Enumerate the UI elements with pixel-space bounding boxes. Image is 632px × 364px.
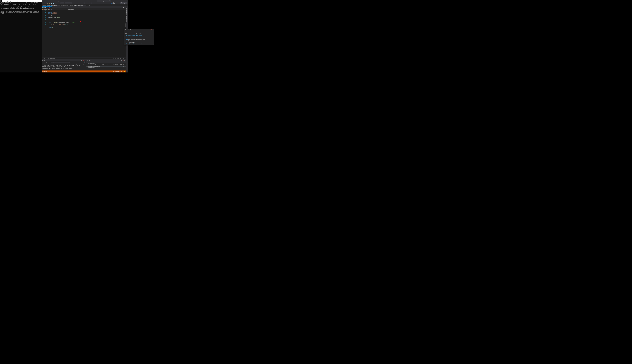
source-control-arrow-icon[interactable]: ▴ bbox=[123, 71, 123, 72]
flag-icon[interactable]: ⚑ bbox=[86, 4, 88, 6]
step-over-button[interactable]: ↷ bbox=[96, 2, 98, 4]
callstack-header[interactable]: Call Stack ▾ 📌 ✕ bbox=[86, 60, 126, 61]
edit-conditions-link[interactable]: Edit Conditions bbox=[138, 43, 144, 44]
code-lines[interactable]: #include <stdio.h> #include <stdlib.h> i… bbox=[48, 10, 126, 58]
save-button[interactable]: 💾 bbox=[51, 2, 53, 4]
diagnostic-button[interactable]: ⊞ bbox=[107, 2, 108, 4]
menu-build[interactable]: Build bbox=[61, 0, 65, 2]
callstack-pin-icon[interactable]: 📌 bbox=[122, 60, 124, 61]
layout-button[interactable]: ⊞ bbox=[82, 2, 84, 4]
callstack-row[interactable]: ➜example1.exe!main() Line 9C++ bbox=[86, 66, 126, 67]
navbar-scope[interactable]: (Global Scope) ▾ bbox=[67, 8, 100, 10]
revert-button[interactable]: ↺ bbox=[101, 2, 102, 4]
pause-button[interactable]: ⏸ bbox=[85, 2, 87, 4]
navbar-member[interactable]: ▾ bbox=[100, 8, 126, 10]
process-combo[interactable]: [38840] example1.exe ▾ bbox=[47, 5, 59, 6]
step-out-button[interactable]: ↑ bbox=[98, 2, 100, 4]
breakpoint-gutter[interactable] bbox=[42, 10, 43, 58]
exception-titlebar[interactable]: Exception Thrown 📌 ✕ bbox=[124, 29, 154, 31]
char-position[interactable]: Ch: 1 bbox=[117, 58, 119, 59]
threads-icon[interactable]: ⊟ bbox=[89, 4, 90, 6]
config-combo[interactable]: ▾ bbox=[61, 2, 65, 4]
add-tab-icon[interactable]: ✚ bbox=[123, 6, 124, 8]
new-project-button[interactable]: ▦ bbox=[47, 2, 49, 4]
exception-settings-header[interactable]: ◢ Exception Settings bbox=[125, 37, 153, 38]
tab-options-icon[interactable]: ⚙ bbox=[124, 6, 126, 8]
callstack-row[interactable]: [External Code] bbox=[86, 63, 126, 64]
team-explorer-tab[interactable]: Team Explorer bbox=[126, 16, 127, 23]
lifecycle-icon[interactable]: ▣ bbox=[60, 5, 60, 6]
menu-project[interactable]: Project bbox=[56, 0, 61, 2]
resize-grip-icon[interactable]: ◢ bbox=[153, 44, 154, 45]
tab-dropdown-icon[interactable]: ▾ bbox=[121, 6, 123, 8]
menu-file[interactable]: File bbox=[44, 0, 47, 2]
menu-view[interactable]: View bbox=[50, 0, 54, 2]
open-exception-settings-link[interactable]: Open Exception Settings bbox=[126, 43, 137, 44]
tab-example1-cpp[interactable]: example1.cpp 📌 ✕ bbox=[42, 6, 52, 8]
thread-combo[interactable]: [22260] Main Thread ▾ bbox=[74, 5, 86, 6]
platform-combo[interactable]: ▾ bbox=[65, 2, 72, 4]
menu-edit[interactable]: Edit bbox=[47, 0, 50, 2]
line-position[interactable]: Ln: 15 bbox=[113, 58, 115, 59]
show-next-statement-button[interactable]: → bbox=[92, 2, 94, 4]
output-dropdown-icon[interactable]: ▾ bbox=[81, 60, 82, 61]
restart-button[interactable]: ⟳ bbox=[89, 2, 91, 4]
redo-button[interactable]: ↷ bbox=[58, 2, 60, 4]
open-file-button[interactable]: 📂 bbox=[49, 2, 51, 4]
maximize-button[interactable]: ▢ bbox=[122, 0, 125, 2]
menu-git[interactable]: Git bbox=[54, 0, 56, 2]
console-titlebar[interactable]: C:\MSDN\cpp-docs-pr\docs\c-language\ASAN… bbox=[0, 0, 42, 2]
menu-tools[interactable]: Tools bbox=[77, 0, 81, 2]
output-close-icon[interactable]: ✕ bbox=[84, 60, 85, 61]
hot-reload-button[interactable]: ⚙ bbox=[105, 2, 107, 4]
except-exe-checkbox[interactable] bbox=[128, 42, 129, 43]
output-btn-4[interactable]: ≣ bbox=[82, 62, 83, 63]
stop-button[interactable]: ■ bbox=[87, 2, 89, 4]
menu-analyze[interactable]: Analyze bbox=[72, 0, 77, 2]
stack-frame-icon[interactable]: ⎌ bbox=[91, 4, 93, 6]
undo-button[interactable]: ↶ bbox=[56, 2, 58, 4]
menu-extensions[interactable]: Extensions bbox=[81, 0, 88, 2]
feedback-button[interactable]: ᐅ bbox=[118, 2, 120, 4]
close-tab-icon[interactable]: ✕ bbox=[50, 7, 51, 8]
debug-target-button[interactable]: 🖵 bbox=[80, 2, 82, 4]
menu-debug[interactable]: Debug bbox=[65, 0, 69, 2]
start-live-share-link[interactable]: Start Live Share session... bbox=[131, 35, 142, 36]
callstack-row[interactable]: example1.exe!calloc(unsigned __int64 nme… bbox=[86, 64, 126, 66]
search-input[interactable]: Search (Ctrl+Q) 🔍 bbox=[97, 0, 111, 2]
break-when-checkbox[interactable]: ✓ bbox=[126, 39, 128, 40]
menu-test[interactable]: Test bbox=[69, 0, 72, 2]
continue-button[interactable]: ▶ Continue ▾ bbox=[72, 2, 79, 4]
menu-help[interactable]: Help bbox=[93, 0, 96, 2]
line-ending[interactable]: CRLF bbox=[123, 58, 125, 59]
exception-pin-icon[interactable]: 📌 bbox=[150, 29, 151, 30]
copy-details-link[interactable]: Copy Details bbox=[125, 35, 131, 36]
search-icon[interactable]: 🔍 bbox=[109, 0, 110, 2]
step-into-button[interactable]: ↓ bbox=[94, 2, 96, 4]
screenshot-button[interactable]: ⊡ bbox=[103, 2, 105, 4]
exception-close-icon[interactable]: ✕ bbox=[152, 29, 153, 30]
solution-explorer-tab[interactable]: Solution Explorer bbox=[126, 7, 127, 16]
close-button[interactable]: ✕ bbox=[125, 0, 128, 2]
live-share-button[interactable]: 👤 Live Share bbox=[110, 2, 118, 4]
source-control-label[interactable]: Add to Source Control bbox=[113, 71, 122, 72]
notifications-icon[interactable]: 🔔 bbox=[124, 71, 125, 72]
output-source-combo[interactable]: Debug ▾ bbox=[51, 62, 70, 63]
indent-mode[interactable]: SPC bbox=[120, 58, 122, 59]
nav-back-button[interactable]: ◄ bbox=[42, 2, 44, 4]
callstack-dropdown-icon[interactable]: ▾ bbox=[121, 60, 122, 61]
callstack-columns[interactable]: Name Lang bbox=[86, 61, 126, 63]
output-pin-icon[interactable]: 📌 bbox=[83, 60, 84, 61]
output-clear-button[interactable]: ⊠ bbox=[84, 62, 85, 63]
callstack-row[interactable]: [External Code] bbox=[86, 67, 126, 68]
callstack-close-icon[interactable]: ✕ bbox=[124, 60, 125, 61]
pin-icon[interactable]: 📌 bbox=[49, 7, 50, 8]
output-btn-1[interactable]: ⊟ bbox=[76, 62, 78, 63]
output-btn-3[interactable]: ⊡ bbox=[80, 62, 82, 63]
zoom-level[interactable]: 111 % bbox=[42, 58, 45, 59]
issues-label[interactable]: No issues found bbox=[48, 58, 55, 59]
navbar-project[interactable]: Miscellaneous Files ▾ bbox=[42, 8, 67, 10]
save-all-button[interactable]: 💾 bbox=[53, 2, 55, 4]
minimize-button[interactable]: ─ bbox=[118, 0, 122, 2]
error-indicator-icon[interactable]: ✕ bbox=[80, 20, 81, 22]
